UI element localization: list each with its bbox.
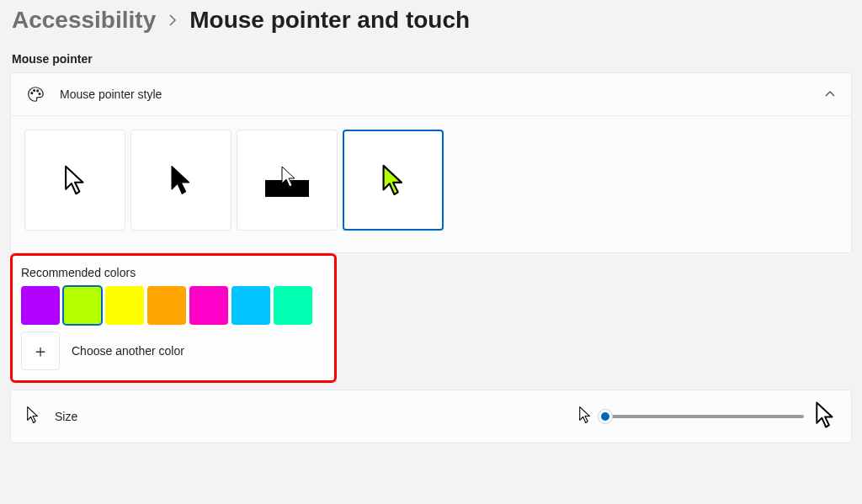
pointer-style-title: Mouse pointer style	[60, 88, 809, 101]
breadcrumb-parent[interactable]: Accessibility	[12, 7, 156, 34]
cursor-large-icon	[814, 401, 836, 432]
pointer-style-inverted[interactable]	[237, 130, 338, 231]
cursor-small-icon	[578, 406, 592, 427]
svg-point-3	[39, 93, 40, 95]
cursor-white-icon	[63, 164, 87, 196]
pointer-style-white[interactable]	[24, 130, 125, 231]
pointer-style-header[interactable]: Mouse pointer style	[11, 73, 851, 116]
pointer-style-black[interactable]	[130, 130, 231, 231]
palette-icon	[26, 85, 45, 103]
color-swatch[interactable]	[274, 286, 312, 325]
pointer-style-body	[11, 116, 851, 252]
cursor-icon	[26, 406, 40, 427]
cursor-inverted-icon	[262, 163, 312, 197]
svg-point-0	[31, 93, 33, 94]
color-swatch[interactable]	[105, 286, 144, 325]
pointer-style-card: Mouse pointer style	[10, 72, 852, 253]
color-swatch[interactable]	[63, 286, 102, 325]
svg-rect-4	[265, 180, 309, 197]
choose-another-color-button[interactable]: ＋	[21, 332, 60, 370]
chevron-up-icon	[824, 88, 836, 100]
color-swatch[interactable]	[21, 286, 60, 325]
plus-icon: ＋	[32, 340, 49, 363]
cursor-black-icon	[169, 164, 193, 196]
chevron-right-icon	[168, 13, 178, 30]
size-slider-thumb[interactable]	[598, 409, 613, 424]
recommended-color-row	[21, 286, 326, 325]
recommended-colors-title: Recommended colors	[21, 266, 326, 279]
size-slider[interactable]	[602, 415, 804, 418]
choose-another-color-label[interactable]: Choose another color	[72, 344, 184, 358]
color-swatch[interactable]	[189, 286, 228, 325]
color-swatch[interactable]	[231, 286, 270, 325]
svg-point-2	[37, 90, 39, 92]
svg-point-1	[34, 90, 35, 92]
size-label: Size	[55, 410, 563, 423]
pointer-size-card: Size	[10, 390, 852, 443]
breadcrumb-current: Mouse pointer and touch	[189, 7, 470, 34]
cursor-custom-icon	[380, 163, 406, 197]
section-header: Mouse pointer	[0, 34, 862, 69]
pointer-style-custom[interactable]	[343, 130, 444, 231]
recommended-colors-panel: Recommended colors ＋ Choose another colo…	[10, 253, 337, 383]
breadcrumb: Accessibility Mouse pointer and touch	[0, 0, 862, 34]
color-swatch[interactable]	[147, 286, 186, 325]
